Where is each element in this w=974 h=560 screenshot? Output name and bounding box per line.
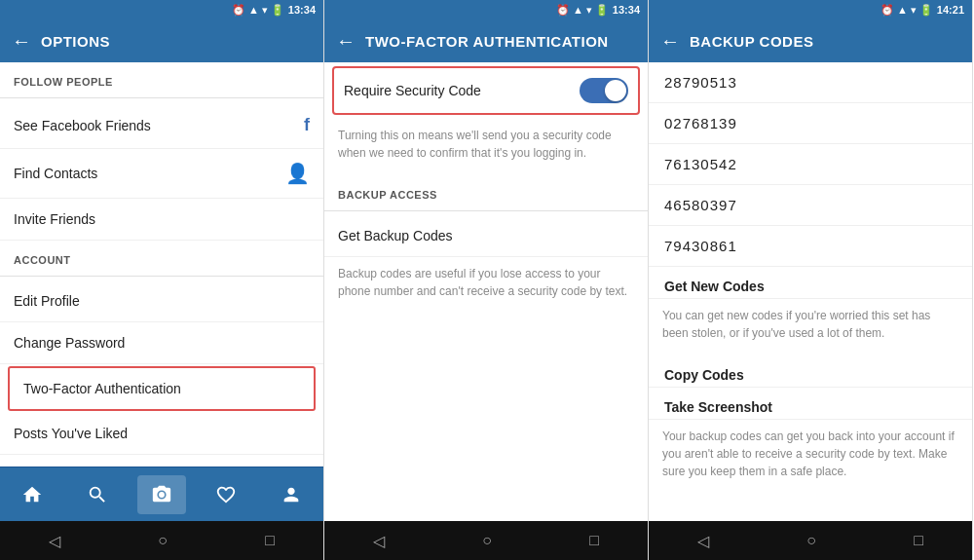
time-display-2: 13:34 bbox=[613, 4, 640, 16]
status-icons-3: ⏰ ▲ ▾ 🔋 bbox=[880, 4, 933, 17]
android-recents[interactable]: □ bbox=[265, 532, 275, 549]
android-recents-3[interactable]: □ bbox=[914, 532, 923, 549]
alarm-icon-3: ⏰ bbox=[880, 4, 894, 17]
see-facebook-friends-item[interactable]: See Facebook Friends f bbox=[0, 102, 323, 149]
divider-2 bbox=[0, 276, 323, 277]
time-display-1: 13:34 bbox=[288, 4, 316, 16]
contacts-icon: 👤 bbox=[285, 162, 310, 185]
two-factor-label: Two-Factor Authentication bbox=[23, 381, 181, 396]
backup-codes-content: 28790513 02768139 76130542 46580397 7943… bbox=[649, 62, 972, 521]
take-screenshot-title[interactable]: Take Screenshot bbox=[649, 388, 972, 420]
backup-codes-title: BACKUP CODES bbox=[690, 33, 813, 50]
two-factor-auth-item[interactable]: Two-Factor Authentication bbox=[8, 366, 316, 411]
bottom-nav-1 bbox=[0, 467, 323, 521]
android-recents-2[interactable]: □ bbox=[589, 532, 599, 549]
status-icons-2: ⏰ ▲ ▾ 🔋 bbox=[556, 4, 609, 17]
alarm-icon: ⏰ bbox=[232, 4, 245, 17]
divider-1 bbox=[0, 97, 323, 98]
follow-section-header: FOLLOW PEOPLE bbox=[0, 62, 323, 93]
private-account-toggle-container: Private account bbox=[0, 455, 323, 467]
invite-friends-label: Invite Friends bbox=[14, 211, 95, 227]
change-password-item[interactable]: Change Password bbox=[0, 322, 323, 364]
facebook-friends-label: See Facebook Friends bbox=[14, 118, 151, 133]
nav-search[interactable] bbox=[73, 475, 122, 514]
backup-codes-description: Backup codes are useful if you lose acce… bbox=[324, 257, 648, 314]
android-back-3[interactable]: ◁ bbox=[697, 532, 709, 550]
status-bar-1: ⏰ ▲ ▾ 🔋 13:34 bbox=[0, 0, 323, 19]
back-button-2[interactable]: ← bbox=[336, 30, 356, 53]
change-password-label: Change Password bbox=[14, 335, 125, 351]
require-security-label: Require Security Code bbox=[344, 83, 481, 98]
options-top-bar: ← OPTIONS bbox=[0, 19, 323, 62]
account-section-header: ACCOUNT bbox=[0, 241, 323, 272]
back-button-3[interactable]: ← bbox=[660, 30, 680, 53]
find-contacts-item[interactable]: Find Contacts 👤 bbox=[0, 149, 323, 199]
copy-codes-title[interactable]: Copy Codes bbox=[649, 355, 972, 388]
status-bar-3: ⏰ ▲ ▾ 🔋 14:21 bbox=[649, 0, 972, 19]
two-factor-top-bar: ← TWO-FACTOR AUTHENTICATION bbox=[324, 19, 648, 62]
two-factor-title: TWO-FACTOR AUTHENTICATION bbox=[365, 33, 609, 50]
find-contacts-label: Find Contacts bbox=[14, 166, 97, 181]
nav-heart[interactable] bbox=[202, 475, 250, 514]
wifi-icon: ▾ bbox=[262, 4, 268, 17]
edit-profile-label: Edit Profile bbox=[14, 293, 80, 309]
signal-icon: ▲ bbox=[248, 4, 259, 16]
backup-access-header: BACKUP ACCESS bbox=[324, 175, 648, 206]
android-home-3[interactable]: ○ bbox=[806, 532, 816, 549]
android-back[interactable]: ◁ bbox=[49, 532, 60, 550]
battery-icon-3: 🔋 bbox=[919, 4, 933, 17]
two-factor-panel: ⏰ ▲ ▾ 🔋 13:34 ← TWO-FACTOR AUTHENTICATIO… bbox=[324, 0, 649, 560]
android-nav-3: ◁ ○ □ bbox=[649, 521, 972, 560]
backup-code-2: 02768139 bbox=[649, 103, 972, 144]
edit-profile-item[interactable]: Edit Profile bbox=[0, 280, 323, 322]
posts-liked-item[interactable]: Posts You've Liked bbox=[0, 413, 323, 455]
time-display-3: 14:21 bbox=[937, 4, 964, 16]
android-nav-2: ◁ ○ □ bbox=[324, 521, 648, 560]
backup-code-5: 79430861 bbox=[649, 226, 972, 267]
options-content: FOLLOW PEOPLE See Facebook Friends f Fin… bbox=[0, 62, 323, 467]
wifi-icon-3: ▾ bbox=[911, 4, 917, 17]
nav-profile[interactable] bbox=[267, 475, 316, 514]
backup-codes-top-bar: ← BACKUP CODES bbox=[649, 19, 972, 62]
status-icons-1: ⏰ ▲ ▾ 🔋 bbox=[232, 4, 284, 17]
divider-3 bbox=[324, 210, 648, 211]
get-backup-codes-label: Get Backup Codes bbox=[338, 228, 453, 243]
facebook-icon: f bbox=[304, 115, 310, 135]
get-backup-codes-item[interactable]: Get Backup Codes bbox=[324, 215, 648, 257]
android-nav-1: ◁ ○ □ bbox=[0, 521, 323, 560]
two-factor-content: Require Security Code Turning this on me… bbox=[324, 62, 648, 521]
status-bar-2: ⏰ ▲ ▾ 🔋 13:34 bbox=[324, 0, 648, 19]
options-panel: ⏰ ▲ ▾ 🔋 13:34 ← OPTIONS FOLLOW PEOPLE Se… bbox=[0, 0, 324, 560]
require-security-highlighted: Require Security Code bbox=[332, 66, 640, 115]
android-back-2[interactable]: ◁ bbox=[373, 532, 385, 550]
alarm-icon-2: ⏰ bbox=[556, 4, 570, 17]
battery-icon-2: 🔋 bbox=[595, 4, 609, 17]
nav-home[interactable] bbox=[8, 475, 56, 514]
require-security-toggle[interactable] bbox=[580, 78, 628, 103]
signal-icon-2: ▲ bbox=[573, 4, 583, 16]
take-screenshot-description: Your backup codes can get you back into … bbox=[649, 420, 972, 494]
signal-icon-3: ▲ bbox=[897, 4, 908, 16]
battery-icon: 🔋 bbox=[271, 4, 284, 17]
android-home-2[interactable]: ○ bbox=[482, 532, 492, 549]
posts-liked-label: Posts You've Liked bbox=[14, 426, 128, 441]
require-security-description: Turning this on means we'll send you a s… bbox=[324, 119, 648, 175]
backup-code-4: 46580397 bbox=[649, 185, 972, 226]
back-button-1[interactable]: ← bbox=[12, 30, 31, 53]
backup-codes-panel: ⏰ ▲ ▾ 🔋 14:21 ← BACKUP CODES 28790513 02… bbox=[649, 0, 973, 560]
wifi-icon-2: ▾ bbox=[586, 4, 592, 17]
nav-camera[interactable] bbox=[137, 475, 186, 514]
backup-code-3: 76130542 bbox=[649, 144, 972, 185]
backup-code-1: 28790513 bbox=[649, 62, 972, 103]
security-toggle-knob bbox=[605, 80, 626, 101]
get-new-codes-description: You can get new codes if you're worried … bbox=[649, 299, 972, 355]
invite-friends-item[interactable]: Invite Friends bbox=[0, 199, 323, 241]
options-title: OPTIONS bbox=[41, 33, 110, 50]
android-home[interactable]: ○ bbox=[158, 532, 168, 549]
get-new-codes-title[interactable]: Get New Codes bbox=[649, 267, 972, 299]
